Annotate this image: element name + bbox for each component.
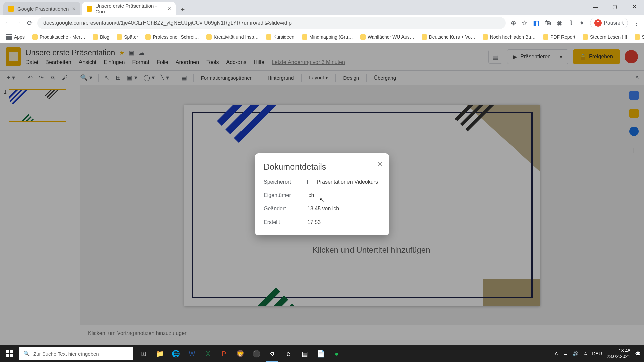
extension-icon[interactable]: ◉: [557, 19, 562, 27]
clock[interactable]: 18:48 23.02.2021: [607, 348, 630, 359]
bookmark-item[interactable]: Steuern Videos wic…: [632, 34, 644, 40]
folder-icon: [32, 34, 38, 40]
apps-label: Apps: [14, 34, 25, 40]
time-text: 18:48: [607, 348, 630, 354]
new-tab-button[interactable]: +: [177, 4, 189, 15]
folder-icon: [360, 34, 366, 40]
windows-logo-icon: [6, 350, 13, 357]
word-icon[interactable]: W: [184, 345, 199, 362]
apps-button[interactable]: Apps: [3, 34, 28, 40]
language-indicator[interactable]: DEU: [592, 351, 602, 356]
bookmark-item[interactable]: Blog: [90, 34, 112, 40]
extension-icon[interactable]: ◧: [533, 19, 539, 27]
obs-icon[interactable]: ⚫: [249, 345, 264, 362]
pause-label: Pausiert: [604, 20, 624, 26]
browser-tab[interactable]: Google Präsentationen ×: [3, 2, 80, 15]
system-tray: ᐱ ☁ 🔊 🖧 DEU 18:48 23.02.2021 💬: [551, 348, 644, 359]
chrome-menu-icon[interactable]: ⋮: [633, 19, 640, 27]
search-placeholder: Zur Suche Text hier eingeben: [33, 351, 99, 357]
zoom-icon[interactable]: ⊕: [511, 19, 516, 27]
minimize-button[interactable]: —: [586, 0, 605, 13]
profile-paused-button[interactable]: T Pausiert: [590, 18, 628, 28]
location-label: Speicherort: [264, 179, 307, 185]
browser-tab-active[interactable]: Unsere erste Präsentation - Goo... ×: [82, 2, 176, 15]
extension-icon[interactable]: 🛍: [545, 19, 551, 27]
close-window-button[interactable]: ✕: [625, 0, 644, 13]
close-dialog-button[interactable]: ✕: [377, 160, 383, 169]
tab-title: Unsere erste Präsentation - Goo...: [95, 3, 164, 14]
back-icon[interactable]: ←: [4, 19, 11, 27]
folder-icon: [117, 34, 122, 40]
brave-icon[interactable]: 🦁: [233, 345, 248, 362]
taskbar-search[interactable]: 🔍 Zur Suche Text hier eingeben: [19, 347, 133, 360]
folder-icon: [543, 34, 548, 40]
spotify-icon[interactable]: ●: [329, 345, 344, 362]
task-view-icon[interactable]: ⊞: [136, 345, 151, 362]
star-icon[interactable]: ☆: [522, 19, 528, 27]
folder-icon: [302, 34, 307, 40]
bookmark-item[interactable]: Kursideen: [263, 34, 297, 40]
folder-icon: [422, 34, 427, 40]
tray-chevron-icon[interactable]: ᐱ: [555, 351, 558, 356]
modified-label: Geändert: [264, 206, 307, 212]
folder-icon: [145, 34, 151, 40]
bookmark-item[interactable]: Steuern Lesen !!!!: [580, 34, 630, 40]
created-value: 17:53: [307, 219, 321, 225]
chrome-icon[interactable]: ⭘: [265, 345, 280, 362]
edge-icon[interactable]: 🌐: [168, 345, 183, 362]
search-icon: 🔍: [23, 351, 30, 357]
bookmark-item[interactable]: Professionell Schrei…: [143, 34, 202, 40]
slides-favicon-icon: [87, 6, 92, 12]
address-bar: ← → ⟳ docs.google.com/presentation/d/1je…: [0, 15, 644, 31]
close-icon[interactable]: ×: [72, 5, 76, 12]
notepad-icon[interactable]: 📄: [313, 345, 328, 362]
folder-icon: [266, 34, 271, 40]
bookmark-item[interactable]: PDF Report: [540, 34, 578, 40]
apps-grid-icon: [6, 34, 12, 40]
volume-icon[interactable]: 🔊: [572, 351, 578, 356]
location-value[interactable]: Präsentationen Videokurs: [307, 179, 378, 185]
app-icon[interactable]: ▤: [297, 345, 312, 362]
bookmark-item[interactable]: Später: [114, 34, 141, 40]
bookmarks-bar: Apps Produktsuche - Mer… Blog Später Pro…: [0, 31, 644, 43]
owner-value: ich: [307, 192, 314, 198]
close-icon[interactable]: ×: [167, 5, 171, 12]
url-input[interactable]: docs.google.com/presentation/d/1je40CLrH…: [37, 17, 506, 29]
owner-label: Eigentümer: [264, 192, 307, 198]
browser-tab-strip: Google Präsentationen × Unsere erste Prä…: [0, 0, 644, 15]
folder-icon: [206, 34, 212, 40]
extension-icon[interactable]: ⇩: [568, 19, 574, 27]
created-label: Erstellt: [264, 219, 307, 225]
bookmark-item[interactable]: Wahlfächer WU Aus…: [358, 34, 417, 40]
modal-overlay[interactable]: ✕ Dokumentdetails Speicherort Präsentati…: [0, 43, 644, 345]
folder-icon: [635, 34, 640, 40]
url-text: docs.google.com/presentation/d/1je40CLrH…: [43, 20, 292, 26]
bookmark-item[interactable]: Noch hochladen Bu…: [480, 34, 538, 40]
bookmark-item[interactable]: Mindmapping (Gru…: [299, 34, 356, 40]
document-details-dialog: ✕ Dokumentdetails Speicherort Präsentati…: [255, 153, 389, 235]
file-explorer-icon[interactable]: 📁: [152, 345, 167, 362]
date-text: 23.02.2021: [607, 354, 630, 359]
network-icon[interactable]: 🖧: [583, 351, 587, 356]
bookmark-item[interactable]: Deutsche Kurs + Vo…: [419, 34, 478, 40]
bookmark-item[interactable]: Produktsuche - Mer…: [30, 34, 88, 40]
extensions-menu-icon[interactable]: ✦: [579, 19, 585, 27]
folder-icon: [483, 34, 488, 40]
edge-blue-icon[interactable]: e: [281, 345, 296, 362]
folder-icon: [93, 34, 98, 40]
folder-icon: [307, 180, 313, 184]
onedrive-icon[interactable]: ☁: [563, 351, 568, 356]
tab-title: Google Präsentationen: [17, 6, 69, 12]
bookmark-item[interactable]: Kreativität und Insp…: [204, 34, 261, 40]
folder-icon: [583, 34, 588, 40]
modified-value: 18:45 von ich: [307, 206, 339, 212]
maximize-button[interactable]: ▢: [605, 0, 625, 13]
forward-icon[interactable]: →: [15, 19, 22, 27]
excel-icon[interactable]: X: [201, 345, 215, 362]
notifications-icon[interactable]: 💬: [635, 351, 641, 356]
powerpoint-icon[interactable]: P: [217, 345, 231, 362]
reload-icon[interactable]: ⟳: [27, 19, 33, 27]
start-button[interactable]: [0, 345, 19, 362]
window-controls: — ▢ ✕: [586, 0, 644, 13]
avatar-icon: T: [594, 19, 602, 27]
